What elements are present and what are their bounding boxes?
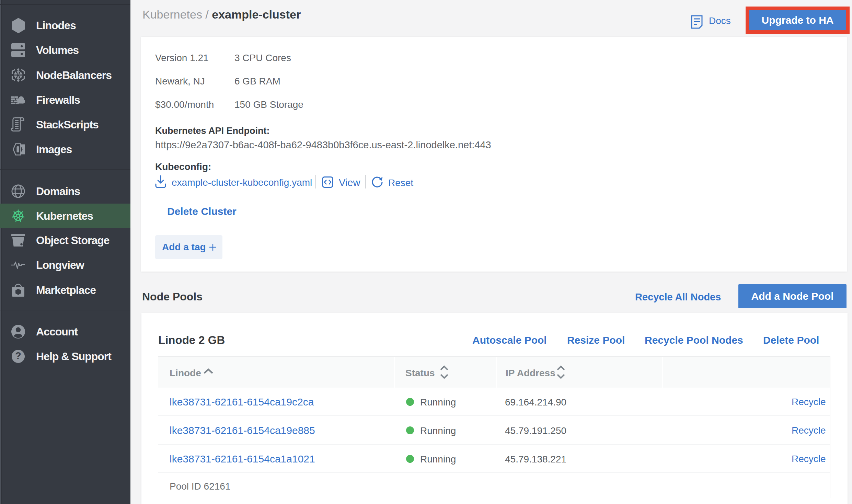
svg-text:?: ? [15, 350, 21, 361]
